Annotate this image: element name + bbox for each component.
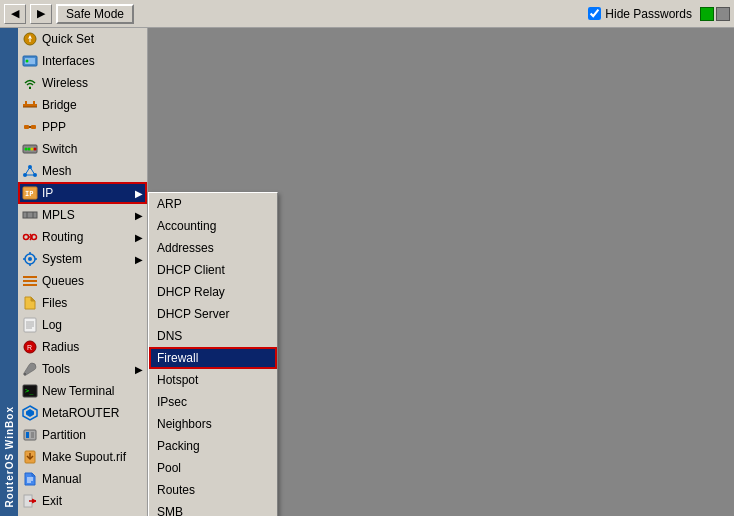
submenu-arrow-system: ▶ [135, 254, 143, 265]
svg-text:>_: >_ [25, 387, 34, 395]
ip-submenu-item-accounting[interactable]: Accounting [149, 215, 277, 237]
queues-icon [22, 273, 38, 289]
ip-submenu-item-addresses[interactable]: Addresses [149, 237, 277, 259]
ip-submenu-item-hotspot[interactable]: Hotspot [149, 369, 277, 391]
mesh-icon [22, 163, 38, 179]
svg-marker-53 [26, 409, 34, 417]
system-icon [22, 251, 38, 267]
menu-item-mpls[interactable]: MPLS▶ [18, 204, 147, 226]
menu-item-radius[interactable]: RRadius [18, 336, 147, 358]
svg-rect-12 [31, 125, 36, 129]
switch-icon [22, 141, 38, 157]
menu-item-make-supout[interactable]: Make Supout.rif [18, 446, 147, 468]
ip-submenu-item-arp[interactable]: ARP [149, 193, 277, 215]
quick-set-icon [22, 31, 38, 47]
svg-point-30 [24, 235, 29, 240]
tools-icon [22, 361, 38, 377]
menu-label-switch: Switch [42, 142, 77, 156]
menu-label-routing: Routing [42, 230, 83, 244]
ip-submenu-item-firewall[interactable]: Firewall [149, 347, 277, 369]
wireless-icon [22, 75, 38, 91]
menu-item-log[interactable]: Log [18, 314, 147, 336]
radius-icon: R [22, 339, 38, 355]
menu-label-files: Files [42, 296, 67, 310]
menu-item-ip[interactable]: IPIP▶ [18, 182, 147, 204]
menu-label-ip: IP [42, 186, 53, 200]
svg-rect-40 [23, 280, 37, 282]
ip-submenu-item-dhcp-relay[interactable]: DHCP Relay [149, 281, 277, 303]
ip-submenu-item-ipsec[interactable]: IPsec [149, 391, 277, 413]
ip-submenu-item-packing[interactable]: Packing [149, 435, 277, 457]
mpls-icon [22, 207, 38, 223]
svg-text:IP: IP [25, 190, 33, 198]
menu-label-quick-set: Quick Set [42, 32, 94, 46]
menu-area: Quick SetInterfacesWirelessBridgePPPSwit… [18, 28, 148, 516]
menu-item-new-terminal[interactable]: >_New Terminal [18, 380, 147, 402]
toolbar: ◀ ▶ Safe Mode Hide Passwords [0, 0, 734, 28]
menu-item-wireless[interactable]: Wireless [18, 72, 147, 94]
menu-item-manual[interactable]: Manual [18, 468, 147, 490]
ip-submenu-item-dhcp-server[interactable]: DHCP Server [149, 303, 277, 325]
partition-icon [22, 427, 38, 443]
svg-text:R: R [27, 344, 32, 351]
ip-submenu-item-routes[interactable]: Routes [149, 479, 277, 501]
menu-item-routing[interactable]: Routing▶ [18, 226, 147, 248]
forward-button[interactable]: ▶ [30, 4, 52, 24]
svg-line-23 [30, 167, 35, 175]
log-icon [22, 317, 38, 333]
menu-item-files[interactable]: Files [18, 292, 147, 314]
back-button[interactable]: ◀ [4, 4, 26, 24]
new-terminal-icon: >_ [22, 383, 38, 399]
metarouter-icon [22, 405, 38, 421]
make-supout-icon [22, 449, 38, 465]
primary-menu: Quick SetInterfacesWirelessBridgePPPSwit… [18, 28, 148, 516]
files-icon [22, 295, 38, 311]
svg-rect-54 [24, 430, 36, 440]
menu-item-switch[interactable]: Switch [18, 138, 147, 160]
ip-submenu-item-pool[interactable]: Pool [149, 457, 277, 479]
menu-item-tools[interactable]: Tools▶ [18, 358, 147, 380]
ppp-icon [22, 119, 38, 135]
submenu-arrow-mpls: ▶ [135, 210, 143, 221]
ip-submenu-item-smb[interactable]: SMB [149, 501, 277, 516]
svg-point-17 [31, 148, 34, 151]
menu-label-ppp: PPP [42, 120, 66, 134]
menu-label-manual: Manual [42, 472, 81, 486]
menu-item-quick-set[interactable]: Quick Set [18, 28, 147, 50]
menu-item-queues[interactable]: Queues [18, 270, 147, 292]
menu-item-interfaces[interactable]: Interfaces [18, 50, 147, 72]
svg-point-16 [28, 148, 31, 151]
svg-rect-56 [31, 432, 34, 438]
menu-label-make-supout: Make Supout.rif [42, 450, 126, 464]
hide-passwords-checkbox[interactable] [588, 7, 601, 20]
brand-text: RouterOS WinBox [4, 406, 15, 508]
menu-item-metarouter[interactable]: MetaROUTER [18, 402, 147, 424]
svg-point-15 [25, 148, 28, 151]
menu-label-tools: Tools [42, 362, 70, 376]
status-light-green [700, 7, 714, 21]
svg-point-34 [28, 257, 32, 261]
menu-label-queues: Queues [42, 274, 84, 288]
ip-submenu-item-dhcp-client[interactable]: DHCP Client [149, 259, 277, 281]
side-brand: RouterOS WinBox [0, 28, 18, 516]
submenu-arrow-routing: ▶ [135, 232, 143, 243]
bridge-icon [22, 97, 38, 113]
safe-mode-button[interactable]: Safe Mode [56, 4, 134, 24]
submenu-arrow-ip: ▶ [135, 188, 143, 199]
menu-item-mesh[interactable]: Mesh [18, 160, 147, 182]
ip-submenu-item-neighbors[interactable]: Neighbors [149, 413, 277, 435]
menu-label-log: Log [42, 318, 62, 332]
menu-item-bridge[interactable]: Bridge [18, 94, 147, 116]
menu-item-system[interactable]: System▶ [18, 248, 147, 270]
menu-item-partition[interactable]: Partition [18, 424, 147, 446]
menu-label-partition: Partition [42, 428, 86, 442]
menu-label-interfaces: Interfaces [42, 54, 95, 68]
menu-label-radius: Radius [42, 340, 79, 354]
hide-passwords-area: Hide Passwords [588, 7, 692, 21]
svg-rect-8 [25, 101, 27, 107]
ip-submenu-item-dns[interactable]: DNS [149, 325, 277, 347]
menu-item-ppp[interactable]: PPP [18, 116, 147, 138]
svg-rect-41 [23, 284, 37, 286]
menu-item-exit[interactable]: Exit [18, 490, 147, 512]
menu-label-bridge: Bridge [42, 98, 77, 112]
